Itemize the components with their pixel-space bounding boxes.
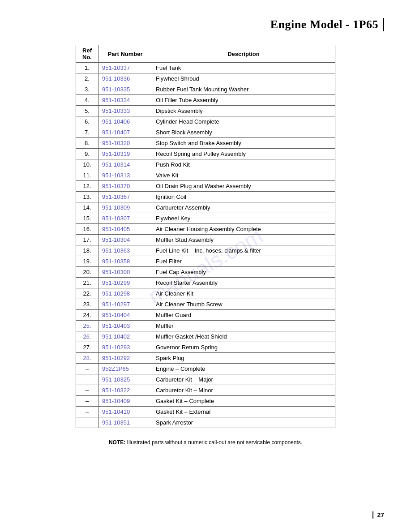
table-row: 1.951-10337Fuel Tank (76, 63, 335, 73)
table-row: 13.951-10367Ignition Coil (76, 192, 335, 202)
cell-ref: 4. (76, 95, 98, 106)
table-row: 27.951-10293Governor Return Spring (76, 342, 335, 353)
table-row: 12.951-10370Oil Drain Plug and Washer As… (76, 181, 335, 192)
cell-part: 951-10337 (98, 63, 152, 73)
table-row: 11.951-10313Valve Kit (76, 170, 335, 181)
page-number: 27 (372, 511, 384, 519)
table-row: 4.951-10334Oil Filler Tube Assembly (76, 95, 335, 106)
cell-ref: – (76, 417, 98, 428)
page-container: manuals.com Engine Model - 1P65 RefNo. P… (0, 0, 411, 532)
cell-part: 951-10351 (98, 417, 152, 428)
cell-desc: Air Cleaner Kit (152, 288, 335, 299)
cell-ref: 27. (76, 342, 98, 353)
table-row: 3.951-10335Rubber Fuel Tank Mounting Was… (76, 84, 335, 95)
cell-ref: 16. (76, 224, 98, 235)
cell-part: 951-10406 (98, 116, 152, 127)
cell-ref: – (76, 396, 98, 407)
cell-desc: Fuel Tank (152, 63, 335, 73)
table-row: –951-10325Carburetor Kit – Major (76, 374, 335, 385)
cell-desc: Cylinder Head Complete (152, 116, 335, 127)
cell-part: 951-10358 (98, 256, 152, 267)
cell-ref: 22. (76, 288, 98, 299)
cell-desc: Fuel Cap Assembly (152, 267, 335, 278)
table-row: 28.951-10292Spark Plug (76, 353, 335, 364)
table-row: 6.951-10406Cylinder Head Complete (76, 116, 335, 127)
cell-part: 951-10402 (98, 331, 152, 342)
cell-desc: Oil Drain Plug and Washer Assembly (152, 181, 335, 192)
cell-part: 951-10293 (98, 342, 152, 353)
table-wrapper: RefNo. Part Number Description 1.951-103… (27, 45, 384, 428)
cell-part: 951-10404 (98, 310, 152, 321)
cell-ref: 19. (76, 256, 98, 267)
table-row: 16.951-10405Air Cleaner Housing Assembly… (76, 224, 335, 235)
cell-ref: 1. (76, 63, 98, 73)
cell-desc: Engine – Complete (152, 364, 335, 374)
note-section: NOTE: Illustrated parts without a numeri… (27, 439, 384, 446)
cell-part: 951-10367 (98, 192, 152, 202)
cell-part: 951-10403 (98, 321, 152, 331)
cell-desc: Fuel Line Kit – Inc. hoses, clamps & fil… (152, 245, 335, 256)
cell-desc: Carburetor Kit – Major (152, 374, 335, 385)
table-row: 2.951-10336Flywheel Shroud (76, 73, 335, 84)
cell-part: 951-10314 (98, 159, 152, 170)
table-row: –951-10409Gasket Kit – Complete (76, 396, 335, 407)
cell-desc: Spark Arrestor (152, 417, 335, 428)
cell-ref: 20. (76, 267, 98, 278)
cell-desc: Recoil Starter Assembly (152, 278, 335, 288)
cell-part: 951-10297 (98, 299, 152, 310)
cell-part: 951-10319 (98, 149, 152, 159)
table-row: 22.951-10298Air Cleaner Kit (76, 288, 335, 299)
cell-part: 951-10304 (98, 235, 152, 245)
cell-part: 951-10405 (98, 224, 152, 235)
cell-desc: Dipstick Assembly (152, 106, 335, 116)
cell-desc: Stop Switch and Brake Assembly (152, 138, 335, 149)
cell-part: 951-10334 (98, 95, 152, 106)
cell-part: 951-10407 (98, 127, 152, 138)
table-row: 15.951-10307Flywheel Key (76, 213, 335, 224)
cell-desc: Short Block Assembly (152, 127, 335, 138)
cell-desc: Recoil Spring and Pulley Assembly (152, 149, 335, 159)
table-header-row: RefNo. Part Number Description (76, 45, 335, 63)
table-row: 8.951-10320Stop Switch and Brake Assembl… (76, 138, 335, 149)
cell-ref: 8. (76, 138, 98, 149)
table-row: 7.951-10407Short Block Assembly (76, 127, 335, 138)
table-row: 26.951-10402Muffler Gasket /Heat Shield (76, 331, 335, 342)
table-row: 10.951-10314Push Rod Kit (76, 159, 335, 170)
table-row: 25.951-10403Muffler (76, 321, 335, 331)
note-text: NOTE: Illustrated parts without a numeri… (76, 439, 335, 446)
cell-desc: Gasket Kit – External (152, 407, 335, 417)
cell-desc: Muffler Stud Assembly (152, 235, 335, 245)
cell-desc: Air Cleaner Housing Assembly Complete (152, 224, 335, 235)
table-row: 24.951-10404Muffler Guard (76, 310, 335, 321)
cell-desc: Muffler Gasket /Heat Shield (152, 331, 335, 342)
cell-part: 951-10309 (98, 202, 152, 213)
table-row: –952Z1P65Engine – Complete (76, 364, 335, 374)
cell-ref: – (76, 364, 98, 374)
cell-desc: Ignition Coil (152, 192, 335, 202)
cell-part: 952Z1P65 (98, 364, 152, 374)
cell-ref: 24. (76, 310, 98, 321)
header-section: Engine Model - 1P65 (27, 18, 384, 31)
cell-ref: 3. (76, 84, 98, 95)
cell-ref: 9. (76, 149, 98, 159)
cell-part: 951-10409 (98, 396, 152, 407)
page-title: Engine Model - 1P65 (270, 18, 378, 31)
cell-desc: Push Rod Kit (152, 159, 335, 170)
parts-table: RefNo. Part Number Description 1.951-103… (76, 45, 335, 428)
cell-desc: Oil Filler Tube Assembly (152, 95, 335, 106)
cell-ref: 10. (76, 159, 98, 170)
cell-ref: 17. (76, 235, 98, 245)
table-row: 17.951-10304Muffler Stud Assembly (76, 235, 335, 245)
note-bold: NOTE: (109, 439, 125, 446)
cell-part: 951-10335 (98, 84, 152, 95)
cell-desc: Spark Plug (152, 353, 335, 364)
cell-part: 951-10298 (98, 288, 152, 299)
cell-desc: Air Cleaner Thumb Screw (152, 299, 335, 310)
cell-ref: 14. (76, 202, 98, 213)
cell-part: 951-10363 (98, 245, 152, 256)
col-header-part: Part Number (98, 45, 152, 63)
cell-desc: Rubber Fuel Tank Mounting Washer (152, 84, 335, 95)
cell-ref: 18. (76, 245, 98, 256)
table-row: 5.951-10333Dipstick Assembly (76, 106, 335, 116)
cell-part: 951-10370 (98, 181, 152, 192)
